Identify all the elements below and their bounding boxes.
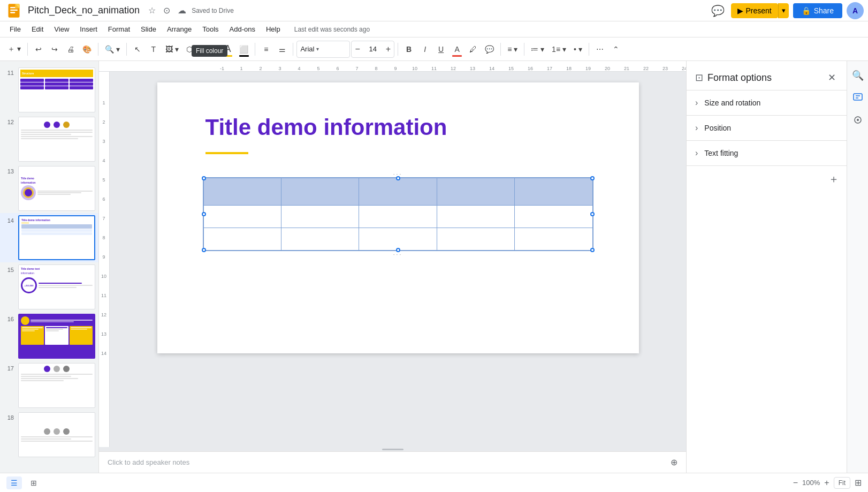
text-button[interactable]: T (146, 41, 161, 58)
menu-edit[interactable]: Edit (26, 23, 49, 35)
font-selector[interactable]: Arial ▾ (296, 41, 350, 58)
font-size-value[interactable]: 14 (363, 45, 383, 53)
link-button[interactable]: 💬 (482, 41, 497, 58)
move-button[interactable]: ⊙ (161, 4, 172, 17)
table-header-cell-2[interactable] (281, 178, 359, 205)
table-body-cell-2-2[interactable] (281, 228, 359, 250)
bold-button[interactable]: B (401, 41, 416, 58)
line-spacing-button[interactable]: ≡ (258, 41, 273, 58)
selection-handle-ml[interactable] (202, 212, 206, 216)
selection-handle-br[interactable] (590, 248, 595, 252)
menu-slide[interactable]: Slide (135, 23, 162, 35)
slide-item-16[interactable]: 16 (0, 312, 98, 361)
star-button[interactable]: ☆ (146, 4, 158, 17)
menu-format[interactable]: Format (103, 23, 135, 35)
menu-tools[interactable]: Tools (197, 23, 224, 35)
app-logo[interactable] (4, 1, 24, 20)
format-section-text-fitting-header[interactable]: › Text fitting (687, 141, 847, 165)
selection-handle-mr[interactable] (590, 212, 595, 216)
zoom-out-button[interactable]: − (793, 478, 798, 488)
slide-title[interactable]: Title demo information (205, 115, 447, 140)
numbered-list-button[interactable]: 1≡ ▾ (549, 41, 569, 58)
list-style-button[interactable]: ≔ ▾ (528, 41, 547, 58)
slide-item-15[interactable]: 15 Title demo text information +250,000 (0, 262, 98, 312)
table-body-row-1[interactable] (204, 205, 592, 228)
zoom-in-button[interactable]: + (824, 478, 829, 488)
table-body-cell-1-4[interactable] (437, 206, 515, 228)
cursor-button[interactable]: ↖ (130, 41, 145, 58)
share-button[interactable]: 🔒 Share (793, 3, 842, 18)
menu-file[interactable]: File (4, 23, 26, 35)
table-wrapper[interactable] (203, 177, 593, 251)
format-close-button[interactable]: ✕ (826, 70, 838, 86)
fit-slide-button[interactable]: Fit (834, 477, 850, 489)
present-button[interactable]: ▶ Present (731, 3, 778, 18)
slide-canvas[interactable]: Title demo information ··· (157, 82, 639, 353)
slide-item-14[interactable]: 14 Title demo information (0, 213, 98, 262)
table-body-cell-2-1[interactable] (204, 228, 281, 250)
strip-explore-button[interactable]: 🔍 (848, 65, 868, 86)
menu-view[interactable]: View (49, 23, 74, 35)
table-header-cell-1[interactable] (204, 178, 281, 205)
add-format-button[interactable]: ＋ (825, 170, 842, 187)
menu-insert[interactable]: Insert (74, 23, 103, 35)
notes-resize-handle[interactable] (99, 447, 686, 451)
table-body-cell-1-1[interactable] (204, 206, 281, 228)
undo-button[interactable]: ↩ (31, 41, 46, 58)
menu-addons[interactable]: Add-ons (224, 23, 261, 35)
table-body-row-2[interactable] (204, 228, 592, 250)
slide-canvas-wrap[interactable]: Title demo information ··· (99, 72, 686, 447)
border-color-button[interactable]: ⬜ (236, 41, 252, 58)
highlight-button[interactable]: 🖊 (466, 41, 481, 58)
redo-button[interactable]: ↪ (47, 41, 62, 58)
slide-item-11[interactable]: 11 Structure (0, 65, 98, 115)
format-section-size-header[interactable]: › Size and rotation (687, 90, 847, 115)
strip-format-button[interactable] (849, 88, 867, 109)
font-size-increase-button[interactable]: + (383, 42, 394, 56)
slide-item-12[interactable]: 12 (0, 115, 98, 164)
slide-item-18[interactable]: 18 (0, 410, 98, 459)
align-button[interactable]: ≡ ▾ (504, 41, 521, 58)
table-container[interactable]: ··· (203, 171, 593, 258)
table-body-cell-1-3[interactable] (359, 206, 437, 228)
present-dropdown-button[interactable]: ▾ (778, 3, 789, 18)
font-size-decrease-button[interactable]: − (352, 42, 363, 56)
zoom-button[interactable]: 🔍 ▾ (102, 41, 123, 58)
cloud-button[interactable]: ☁ (176, 4, 188, 17)
document-title[interactable]: Pitch_Deck_no_animation (28, 5, 140, 16)
image-button[interactable]: 🖼 ▾ (162, 41, 182, 58)
table-header-cell-3[interactable] (359, 178, 437, 205)
avatar[interactable]: A (847, 2, 864, 19)
bullet-list-button[interactable]: • ▾ (570, 41, 585, 58)
fullscreen-button[interactable]: ⊞ (855, 478, 862, 488)
italic-button[interactable]: I (417, 41, 432, 58)
table-body-cell-2-4[interactable] (437, 228, 515, 250)
table-header-cell-4[interactable] (437, 178, 515, 205)
strip-animations-button[interactable] (849, 111, 867, 132)
underline-button[interactable]: U (433, 41, 448, 58)
toolbar-add-button[interactable]: ＋ ▾ (4, 41, 24, 58)
slide-table[interactable]: ··· (203, 171, 593, 258)
table-header-cell-5[interactable] (515, 178, 592, 205)
table-header-row[interactable] (204, 178, 592, 205)
grid-view-button[interactable]: ⊞ (26, 476, 41, 489)
selection-handle-tl[interactable] (202, 176, 206, 180)
slide-list-view-button[interactable]: ☰ (6, 476, 22, 489)
selection-handle-tr[interactable] (590, 176, 595, 180)
selection-handle-tm[interactable] (396, 176, 400, 180)
menu-help[interactable]: Help (261, 23, 286, 35)
column-button[interactable]: ⚌ (275, 41, 290, 58)
slide-item-17[interactable]: 17 (0, 361, 98, 410)
table-body-cell-1-5[interactable] (515, 206, 592, 228)
table-body-cell-2-5[interactable] (515, 228, 592, 250)
menu-arrange[interactable]: Arrange (162, 23, 197, 35)
comments-button[interactable]: 💬 (709, 2, 727, 19)
collapse-toolbar-button[interactable]: ⌃ (608, 41, 623, 58)
slide-item-13[interactable]: 13 Title demo information (0, 164, 98, 213)
selection-handle-bl[interactable] (202, 248, 206, 252)
speaker-notes-area[interactable]: Click to add speaker notes ⊕ (99, 451, 686, 473)
selection-handle-bm[interactable] (396, 248, 400, 252)
table-body-cell-2-3[interactable] (359, 228, 437, 250)
format-section-position-header[interactable]: › Position (687, 116, 847, 140)
more-options-button[interactable]: ⋯ (592, 41, 607, 58)
